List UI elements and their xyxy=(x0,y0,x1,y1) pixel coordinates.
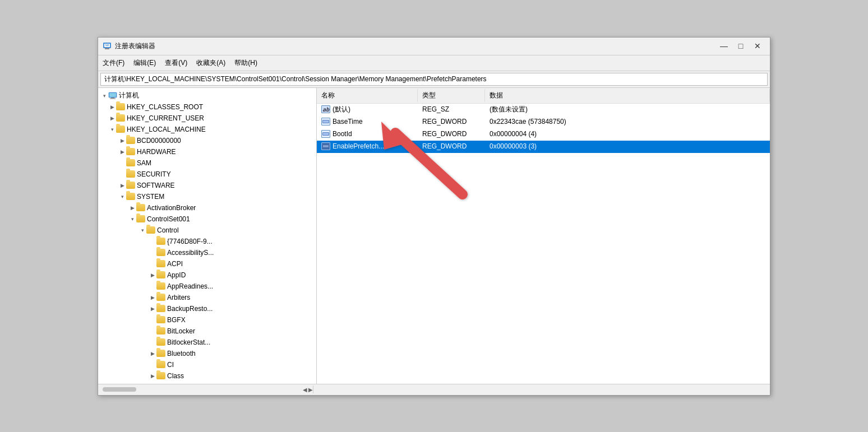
folder-icon-bcd xyxy=(126,136,135,145)
address-bar[interactable]: 计算机\HKEY_LOCAL_MACHINE\SYSTEM\ControlSet… xyxy=(100,73,768,86)
tree-node-current-user[interactable]: ▶ HKEY_CURRENT_USER xyxy=(98,113,316,124)
col-header-data[interactable]: 数据 xyxy=(485,89,770,102)
tree-toggle-hardware[interactable]: ▶ xyxy=(118,146,126,157)
tree-toggle-activationbroker[interactable]: ▶ xyxy=(128,202,136,213)
folder-icon-bluetooth xyxy=(156,349,165,358)
tree-node-security[interactable]: ▶ SECURITY xyxy=(98,169,316,180)
cell-type-basetime: REG_DWORD xyxy=(418,117,485,127)
tree-node-local-machine[interactable]: ▾ HKEY_LOCAL_MACHINE xyxy=(98,124,316,135)
folder-icon-class xyxy=(156,371,165,380)
tree-node-software[interactable]: ▶ SOFTWARE xyxy=(98,180,316,191)
tree-node-appreadiness[interactable]: ▶ AppReadines... xyxy=(98,281,316,292)
tree-toggle-bcd[interactable]: ▶ xyxy=(118,135,126,146)
tree-toggle-arbiters[interactable]: ▶ xyxy=(149,292,156,303)
svg-rect-3 xyxy=(105,44,107,45)
cell-name-basetime: BaseTime xyxy=(317,117,418,127)
reg-icon-dword-bootid xyxy=(321,130,330,138)
menu-file[interactable]: 文件(F) xyxy=(98,57,129,69)
window-title: 注册表编辑器 xyxy=(115,41,716,51)
svg-rect-8 xyxy=(111,97,114,99)
table-row[interactable]: BaseTime REG_DWORD 0x22343cae (573848750… xyxy=(317,116,770,128)
col-header-name[interactable]: 名称 xyxy=(317,89,418,102)
tree-hscroll-thumb[interactable] xyxy=(103,387,136,392)
tree-toggle-current-user[interactable]: ▶ xyxy=(108,113,116,124)
cell-type-enableprefetch: REG_DWORD xyxy=(418,141,485,151)
tree-label-local-machine: HKEY_LOCAL_MACHINE xyxy=(127,126,206,133)
tree-label-bitlockerstatus: BitlockerStat... xyxy=(167,338,210,346)
tree-node-activationbroker[interactable]: ▶ ActivationBroker xyxy=(98,202,316,213)
tree-toggle-controlset001[interactable]: ▾ xyxy=(128,213,136,225)
tree-label-bgfx: BGFX xyxy=(167,316,186,324)
tree-toggle-system[interactable]: ▾ xyxy=(118,191,126,202)
folder-icon-7746 xyxy=(156,237,165,246)
tree-node-appid[interactable]: ▶ AppID xyxy=(98,270,316,281)
registry-entries: ab (默认) REG_SZ (数值未设置) xyxy=(317,104,770,153)
tree-toggle-class[interactable]: ▶ xyxy=(149,370,156,382)
folder-icon-classes-root xyxy=(116,103,125,112)
cell-data-basetime: 0x22343cae (573848750) xyxy=(485,117,770,127)
table-row[interactable]: EnablePrefetch... REG_DWORD 0x00000003 (… xyxy=(317,141,770,153)
folder-icon-acpi xyxy=(156,259,165,268)
tree-node-arbiters[interactable]: ▶ Arbiters xyxy=(98,292,316,303)
tree-label-sam: SAM xyxy=(137,159,151,167)
tree-node-bitlocker[interactable]: ▶ BitLocker xyxy=(98,326,316,337)
tree-toggle-appid[interactable]: ▶ xyxy=(149,270,156,281)
tree-node-sam[interactable]: ▶ SAM xyxy=(98,157,316,169)
tree-toggle-computer[interactable]: ▾ xyxy=(100,90,108,101)
tree-node-bgfx[interactable]: ▶ BGFX xyxy=(98,314,316,326)
reg-icon-dword-basetime xyxy=(321,118,330,126)
tree-node-bcd[interactable]: ▶ BCD00000000 xyxy=(98,135,316,146)
svg-rect-9 xyxy=(110,98,116,99)
menu-view[interactable]: 查看(V) xyxy=(160,57,192,69)
tree-node-class[interactable]: ▶ Class xyxy=(98,370,316,382)
maximize-button[interactable]: □ xyxy=(733,40,749,52)
tree-toggle-classes-root[interactable]: ▶ xyxy=(108,101,116,113)
folder-icon-sam xyxy=(126,159,135,168)
menu-help[interactable]: 帮助(H) xyxy=(230,57,262,69)
app-icon xyxy=(103,41,112,50)
tree-node-backuprestore[interactable]: ▶ BackupResto... xyxy=(98,303,316,314)
folder-icon-system xyxy=(126,192,135,201)
title-bar: 注册表编辑器 — □ ✕ xyxy=(98,38,770,55)
folder-icon-appreadiness xyxy=(156,282,165,291)
tree-node-accessibility[interactable]: ▶ AccessibilityS... xyxy=(98,247,316,258)
tree-node-acpi[interactable]: ▶ ACPI xyxy=(98,258,316,270)
tree-toggle-control[interactable]: ▾ xyxy=(138,225,146,236)
tree-toggle-bluetooth[interactable]: ▶ xyxy=(149,348,156,359)
col-header-type[interactable]: 类型 xyxy=(418,89,485,102)
table-row[interactable]: BootId REG_DWORD 0x00000004 (4) xyxy=(317,128,770,141)
tree-node-hardware[interactable]: ▶ HARDWARE xyxy=(98,146,316,157)
tree-toggle-local-machine[interactable]: ▾ xyxy=(108,124,116,135)
cell-name-bootid: BootId xyxy=(317,129,418,139)
tree-node-computer[interactable]: ▾ 计算机 xyxy=(98,90,316,101)
tree-node-bluetooth[interactable]: ▶ Bluetooth xyxy=(98,348,316,359)
tree-node-ci[interactable]: ▶ CI xyxy=(98,359,316,370)
tree-panel[interactable]: ▾ 计算机 ▶ HKEY_CLASSES_ROOT xyxy=(98,88,317,384)
folder-icon-hardware xyxy=(126,147,135,156)
reg-icon-ab: ab xyxy=(321,105,330,113)
tree-node-system[interactable]: ▾ SYSTEM xyxy=(98,191,316,202)
tree-node-bitlockerstatus[interactable]: ▶ BitlockerStat... xyxy=(98,337,316,348)
tree-hscroll[interactable]: ◀ ▶ xyxy=(100,385,313,393)
menu-favorites[interactable]: 收藏夹(A) xyxy=(192,57,230,69)
close-button[interactable]: ✕ xyxy=(750,40,765,52)
folder-icon-ci xyxy=(156,360,165,369)
reg-icon-dword-enableprefetch xyxy=(321,142,330,150)
tree-node-classes-root[interactable]: ▶ HKEY_CLASSES_ROOT xyxy=(98,101,316,113)
tree-node-control[interactable]: ▾ Control xyxy=(98,225,316,236)
menu-edit[interactable]: 编辑(E) xyxy=(129,57,160,69)
status-bar: ◀ ▶ xyxy=(98,384,770,395)
folder-icon-bitlocker xyxy=(156,327,165,336)
tree-node-controlset001[interactable]: ▾ ControlSet001 xyxy=(98,213,316,225)
tree-node-7746[interactable]: ▶ {7746D80F-9... xyxy=(98,236,316,247)
tree-label-bluetooth: Bluetooth xyxy=(167,350,196,357)
window-controls: — □ ✕ xyxy=(716,40,765,52)
content-panel: 名称 类型 数据 ab (默认) REG_SZ (数值未设置) xyxy=(317,88,770,384)
tree-toggle-backuprestore[interactable]: ▶ xyxy=(149,303,156,314)
tree-toggle-software[interactable]: ▶ xyxy=(118,180,126,191)
table-row[interactable]: ab (默认) REG_SZ (数值未设置) xyxy=(317,104,770,116)
minimize-button[interactable]: — xyxy=(716,40,732,52)
folder-icon-backuprestore xyxy=(156,304,165,313)
folder-icon-controlset001 xyxy=(136,215,145,224)
menu-bar: 文件(F) 编辑(E) 查看(V) 收藏夹(A) 帮助(H) xyxy=(98,55,770,71)
